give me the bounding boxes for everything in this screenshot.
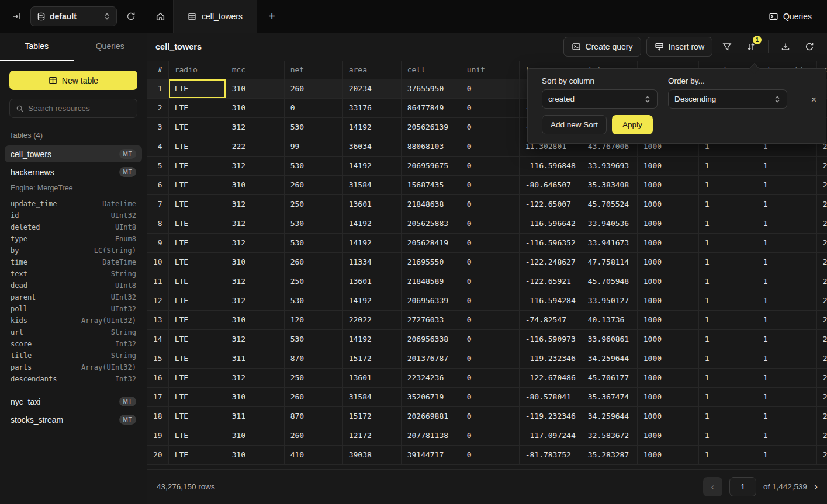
table-cell[interactable]: 1000 (637, 329, 698, 349)
table-cell[interactable]: 310 (226, 387, 284, 406)
table-cell[interactable]: 0 (461, 406, 519, 426)
search-input[interactable] (28, 104, 131, 113)
table-cell[interactable]: 36034 (342, 137, 401, 156)
table-cell[interactable]: 34.259644 (582, 406, 637, 426)
table-cell[interactable]: 1 (698, 214, 757, 233)
table-cell[interactable]: 0 (461, 349, 519, 368)
table-cell[interactable]: 0 (461, 291, 519, 310)
add-sort-button[interactable]: Add new Sort (542, 115, 607, 134)
table-cell[interactable]: 0 (461, 426, 519, 445)
table-cell[interactable]: 202669881 (401, 406, 461, 426)
table-cell[interactable]: 1 (757, 329, 816, 349)
sidebar-tab-queries[interactable]: Queries (74, 33, 147, 61)
table-cell[interactable]: 260 (284, 175, 342, 194)
table-cell[interactable]: 14192 (342, 117, 401, 137)
table-cell[interactable]: 0 (461, 329, 519, 349)
collapse-sidebar-button[interactable] (8, 8, 25, 25)
table-cell[interactable]: 45.706177 (582, 368, 637, 387)
table-cell[interactable]: 310 (226, 252, 284, 272)
table-cell[interactable]: LTE (168, 137, 226, 156)
table-cell[interactable]: -119.232346 (519, 406, 582, 426)
sidebar-table-item[interactable]: cell_towersMT (5, 145, 142, 162)
table-cell[interactable]: 1 (698, 156, 757, 175)
table-cell[interactable]: 310 (226, 175, 284, 194)
table-cell[interactable]: 250 (284, 272, 342, 291)
table-cell[interactable]: 2 (816, 387, 827, 406)
table-cell[interactable]: 35.367474 (582, 387, 637, 406)
table-cell[interactable]: 260 (284, 252, 342, 272)
table-cell[interactable]: 88068103 (401, 137, 461, 156)
table-cell[interactable]: 40.13736 (582, 310, 637, 329)
table-cell[interactable]: 311 (226, 349, 284, 368)
column-header[interactable]: cell (401, 61, 461, 79)
sort-order-select[interactable]: Descending (668, 89, 787, 109)
table-cell[interactable]: 310 (226, 98, 284, 117)
table-cell[interactable]: LTE (168, 117, 226, 137)
table-cell[interactable]: 1 (698, 194, 757, 214)
table-cell[interactable]: 14192 (342, 214, 401, 233)
table-cell[interactable]: 1 (698, 445, 757, 464)
table-cell[interactable]: 14192 (342, 329, 401, 349)
database-selector[interactable]: default (30, 6, 117, 26)
table-cell[interactable]: 20234 (342, 79, 401, 98)
table-cell[interactable]: 312 (226, 156, 284, 175)
table-cell[interactable]: 870 (284, 406, 342, 426)
table-cell[interactable]: 0 (461, 137, 519, 156)
table-cell[interactable]: 1000 (637, 426, 698, 445)
table-cell[interactable]: -116.596352 (519, 233, 582, 252)
table-cell[interactable]: 0 (461, 233, 519, 252)
refresh-table-button[interactable] (800, 37, 819, 56)
download-button[interactable] (776, 37, 795, 56)
table-cell[interactable]: 11334 (342, 252, 401, 272)
table-cell[interactable]: 15687435 (401, 175, 461, 194)
table-cell[interactable]: 1000 (637, 194, 698, 214)
table-cell[interactable]: 2 (816, 310, 827, 329)
table-cell[interactable]: 1 (757, 349, 816, 368)
filter-button[interactable] (718, 37, 736, 56)
table-cell[interactable]: 1 (698, 252, 757, 272)
table-cell[interactable]: 260 (284, 426, 342, 445)
table-cell[interactable]: 0 (461, 214, 519, 233)
table-cell[interactable]: 22022 (342, 310, 401, 329)
table-cell[interactable]: LTE (168, 252, 226, 272)
table-cell[interactable]: 250 (284, 368, 342, 387)
table-cell[interactable]: 312 (226, 291, 284, 310)
table-cell[interactable]: 33.940536 (582, 214, 637, 233)
table-cell[interactable]: 1000 (637, 291, 698, 310)
table-cell[interactable]: 0 (461, 156, 519, 175)
table-cell[interactable]: 250 (284, 194, 342, 214)
table-cell[interactable]: 1 (698, 426, 757, 445)
table-cell[interactable]: 2 (816, 233, 827, 252)
table-cell[interactable]: 1 (698, 175, 757, 194)
table-cell[interactable]: 2 (816, 349, 827, 368)
sidebar-table-item[interactable]: stocks_streamMT (5, 411, 142, 428)
table-cell[interactable]: 14192 (342, 233, 401, 252)
table-cell[interactable]: 310 (226, 79, 284, 98)
table-cell[interactable]: 2 (816, 194, 827, 214)
table-cell[interactable]: 1 (757, 175, 816, 194)
table-cell[interactable]: 1 (757, 233, 816, 252)
table-cell[interactable]: 35206719 (401, 387, 461, 406)
table-cell[interactable]: 2 (816, 406, 827, 426)
table-cell[interactable]: 15172 (342, 349, 401, 368)
table-cell[interactable]: 0 (461, 117, 519, 137)
table-cell[interactable]: 21695550 (401, 252, 461, 272)
table-cell[interactable]: 31584 (342, 387, 401, 406)
table-cell[interactable]: 0 (284, 98, 342, 117)
table-cell[interactable]: 1000 (637, 368, 698, 387)
table-cell[interactable]: 34.259644 (582, 349, 637, 368)
table-cell[interactable]: -81.783752 (519, 445, 582, 464)
table-cell[interactable]: 1 (698, 349, 757, 368)
table-cell[interactable]: -122.65007 (519, 194, 582, 214)
table-cell[interactable]: -116.596848 (519, 156, 582, 175)
table-cell[interactable]: 1000 (637, 310, 698, 329)
table-cell[interactable]: 1 (698, 406, 757, 426)
sidebar-table-item[interactable]: nyc_taxiMT (5, 393, 142, 410)
table-cell[interactable]: 13601 (342, 272, 401, 291)
table-cell[interactable]: LTE (168, 445, 226, 464)
queries-panel-button[interactable]: Queries (753, 0, 827, 33)
table-cell[interactable]: 2 (816, 175, 827, 194)
table-cell[interactable]: 21848589 (401, 272, 461, 291)
table-cell[interactable]: 1000 (637, 175, 698, 194)
table-cell[interactable]: 33.960861 (582, 329, 637, 349)
